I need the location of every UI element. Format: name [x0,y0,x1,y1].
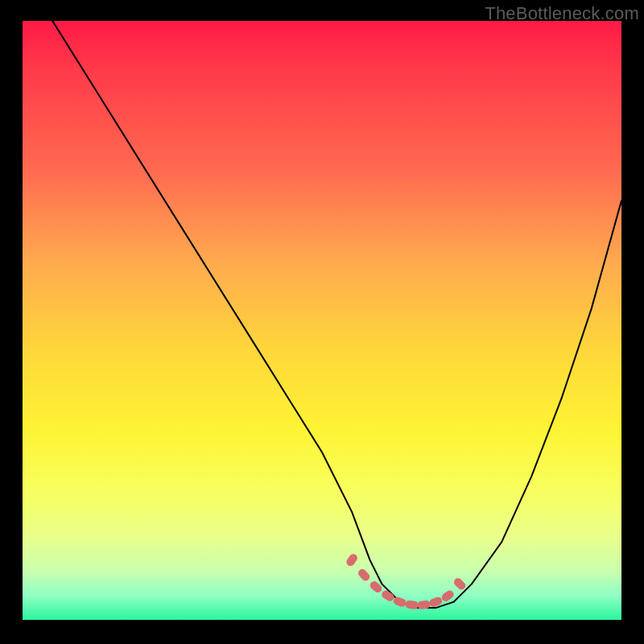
watermark-text: TheBottleneck.com [485,3,639,24]
chart-plot-area [23,21,621,620]
bottleneck-curve [52,21,621,608]
svg-rect-0 [345,552,359,568]
svg-rect-9 [452,576,467,591]
optimal-range-highlight [345,552,468,609]
svg-rect-1 [357,568,371,583]
svg-rect-5 [405,600,419,609]
chart-svg [23,21,621,620]
svg-rect-8 [440,588,456,603]
svg-rect-3 [380,589,395,603]
